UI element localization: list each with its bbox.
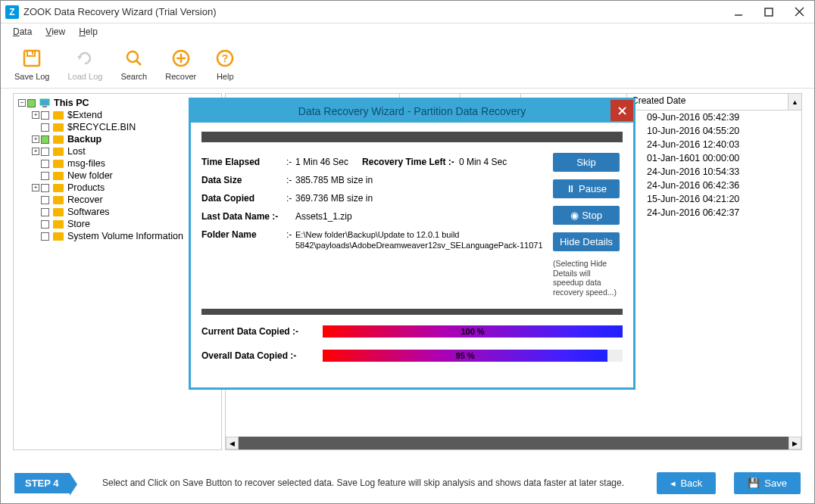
tree-item[interactable]: New folder: [18, 170, 217, 182]
current-progress-bar: 100 %: [323, 325, 623, 338]
search-button[interactable]: Search: [120, 48, 147, 81]
checkbox[interactable]: [41, 184, 49, 192]
expand-icon[interactable]: +: [32, 135, 39, 143]
back-button[interactable]: ◂ Back: [657, 472, 716, 494]
checkbox[interactable]: [41, 196, 49, 204]
tree-item-label: Store: [67, 219, 90, 229]
save-log-button[interactable]: Save Log: [14, 48, 49, 81]
tree-item-label: Backup: [67, 134, 101, 145]
list-cell-created-date[interactable]: 15-Jun-2016 04:21:20: [641, 192, 801, 206]
checkbox[interactable]: [41, 160, 49, 168]
folder-icon: [53, 196, 64, 204]
tree-item-label: Softwares: [67, 207, 110, 217]
save-icon: 💾: [748, 478, 760, 489]
tree-item-label: Recover: [67, 194, 103, 205]
stop-icon: ◉: [570, 210, 579, 221]
title-bar: Z ZOOK Data Recovery Wizard (Trial Versi…: [1, 1, 814, 23]
svg-rect-6: [32, 51, 33, 54]
recover-button[interactable]: Recover: [165, 48, 196, 81]
tree-item[interactable]: Softwares: [18, 206, 217, 218]
hide-details-note: (Selecting Hide Details will speedup dat…: [553, 259, 623, 297]
skip-button[interactable]: Skip: [553, 153, 620, 172]
dialog-close-button[interactable]: [610, 100, 633, 121]
folder-icon: [53, 184, 64, 192]
checkbox[interactable]: [41, 220, 49, 229]
list-cell-created-date[interactable]: 10-Jun-2016 04:55:20: [641, 124, 801, 138]
tree-item-label: Lost: [67, 146, 86, 157]
folder-name-value: E:\New folder\Backup\Update to 12.0.1 bu…: [295, 229, 547, 251]
tree-item[interactable]: $RECYCLE.BIN: [18, 121, 217, 133]
tree-item-label: System Volume Information: [67, 231, 183, 241]
pause-icon: ⏸: [566, 183, 576, 194]
list-cell-created-date[interactable]: 24-Jun-2016 06:42:37: [641, 206, 801, 219]
recovery-progress-dialog: Data Recovery Wizard - Partition Data Re…: [189, 98, 635, 390]
dialog-title: Data Recovery Wizard - Partition Data Re…: [298, 105, 526, 117]
list-cell-created-date[interactable]: 01-Jan-1601 00:00:00: [641, 151, 801, 165]
scroll-right-icon[interactable]: ▶: [788, 437, 801, 450]
column-created-date[interactable]: Created Date: [627, 94, 788, 110]
list-cell-created-date[interactable]: 24-Jun-2016 10:54:33: [641, 165, 801, 179]
folder-icon: [53, 172, 64, 180]
time-elapsed-value: 1 Min 46 Sec: [295, 157, 348, 167]
folder-icon: [53, 123, 64, 132]
svg-line-9: [136, 61, 141, 65]
stop-button[interactable]: ◉Stop: [553, 206, 620, 225]
svg-text:?: ?: [222, 52, 229, 64]
save-button[interactable]: 💾 Save: [734, 472, 801, 494]
load-log-label: Load Log: [67, 72, 102, 81]
svg-rect-16: [42, 106, 47, 107]
reload-icon: [74, 48, 95, 69]
expand-icon[interactable]: +: [32, 184, 39, 191]
tree-item[interactable]: +Products: [18, 182, 217, 194]
horizontal-scrollbar[interactable]: ◀ ▶: [226, 437, 801, 450]
folder-icon: [53, 135, 64, 144]
recovery-time-left-value: 0 Min 4 Sec: [459, 157, 507, 167]
tree-item[interactable]: Store: [18, 218, 217, 230]
hide-details-button[interactable]: Hide Details: [553, 232, 620, 251]
collapse-icon[interactable]: −: [18, 99, 26, 107]
checkbox[interactable]: [41, 208, 49, 216]
overall-progress-value: 95 %: [323, 350, 607, 362]
folder-icon: [53, 148, 64, 156]
menu-view[interactable]: View: [39, 25, 71, 39]
checkbox[interactable]: [41, 135, 49, 144]
scroll-left-icon[interactable]: ◀: [226, 437, 239, 450]
tree-item[interactable]: msg-files: [18, 157, 217, 170]
list-cell-created-date[interactable]: 24-Jun-2016 06:42:36: [641, 179, 801, 192]
list-cell-created-date[interactable]: 09-Jun-2016 05:42:39: [641, 110, 801, 124]
last-data-name-label: Last Data Name :-: [201, 211, 295, 222]
help-button[interactable]: ? Help: [214, 48, 236, 81]
tree-item[interactable]: +$Extend: [18, 109, 217, 121]
tree-item[interactable]: +Lost: [18, 145, 217, 157]
checkbox[interactable]: [27, 99, 36, 107]
step-badge: STEP 4: [14, 473, 70, 493]
checkbox[interactable]: [41, 172, 49, 180]
checkbox[interactable]: [41, 111, 49, 120]
dialog-title-bar[interactable]: Data Recovery Wizard - Partition Data Re…: [191, 100, 633, 123]
overall-copied-label: Overall Data Copied :-: [201, 350, 323, 361]
folder-icon: [53, 160, 64, 168]
close-button[interactable]: [784, 1, 814, 23]
tree-item-label: $Extend: [67, 110, 102, 120]
tree-item[interactable]: Recover: [18, 194, 217, 206]
scroll-up-icon[interactable]: ▲: [788, 94, 801, 110]
tree-item[interactable]: System Volume Information: [18, 230, 217, 242]
current-progress-value: 100 %: [323, 325, 623, 338]
checkbox[interactable]: [41, 123, 49, 132]
minimize-button[interactable]: [723, 1, 754, 23]
menu-data[interactable]: Data: [7, 25, 38, 39]
expand-icon[interactable]: +: [32, 111, 39, 119]
pause-button[interactable]: ⏸Pause: [553, 179, 620, 198]
menu-help[interactable]: Help: [73, 25, 104, 39]
expand-icon[interactable]: +: [32, 148, 39, 155]
maximize-button[interactable]: [754, 1, 784, 23]
checkbox[interactable]: [41, 148, 49, 156]
checkbox[interactable]: [41, 232, 49, 241]
tree-item-label: $RECYCLE.BIN: [67, 122, 136, 132]
tree-item-label: Products: [67, 182, 105, 193]
tree-item[interactable]: +Backup: [18, 133, 217, 145]
tree-root[interactable]: − This PC: [18, 97, 217, 109]
list-cell-created-date[interactable]: 24-Jun-2016 12:40:03: [641, 138, 801, 151]
load-log-button[interactable]: Load Log: [67, 48, 102, 81]
save-log-label: Save Log: [14, 72, 49, 81]
